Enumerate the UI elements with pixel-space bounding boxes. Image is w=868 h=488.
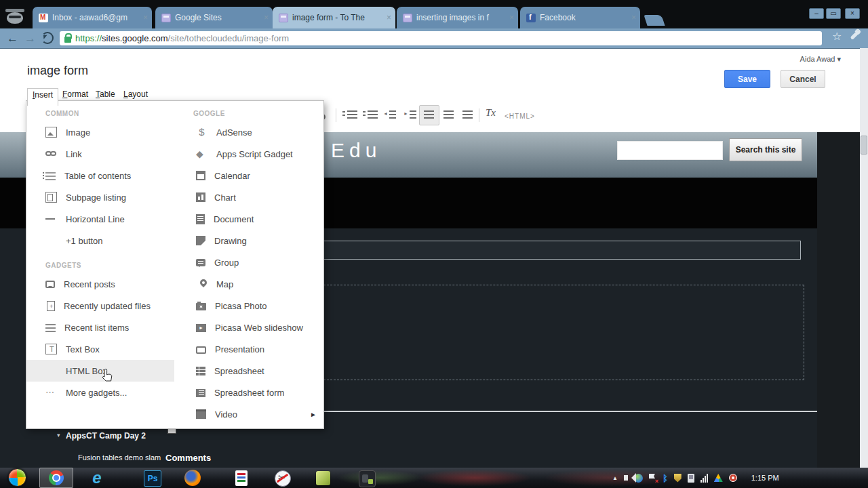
bluetooth-icon[interactable]: ᛒ <box>663 473 668 483</box>
chevron-down-icon: ▾ <box>837 55 841 63</box>
menu-item-html-box[interactable]: HTML Box <box>26 360 174 382</box>
menu-item-adsense[interactable]: $AdSense <box>174 121 323 143</box>
snipping-tool-taskbar-button[interactable] <box>274 469 292 487</box>
scrollbar-thumb[interactable] <box>861 136 867 155</box>
align-center-icon[interactable] <box>443 110 454 119</box>
tab-close-icon[interactable]: × <box>264 13 269 22</box>
chrome-taskbar-button[interactable] <box>39 468 73 488</box>
ie-taskbar-button[interactable]: e <box>88 469 106 487</box>
spreadsheet-form-icon <box>196 389 205 397</box>
tab-title: Inbox - aawad6@gm <box>52 13 140 22</box>
menu-item-chart[interactable]: Chart <box>174 186 323 208</box>
menu-item-table-of-contents[interactable]: Table of contents <box>26 165 174 186</box>
camera-app-taskbar-button[interactable] <box>358 469 376 487</box>
menu-item-picasa-web-slideshow[interactable]: Picasa Web slideshow <box>174 317 323 338</box>
url-omnibox[interactable]: https://sites.google.com/site/tothecloud… <box>60 31 822 45</box>
tab-inbox[interactable]: Inbox - aawad6@gm × <box>33 7 152 28</box>
back-button[interactable]: ← <box>7 30 18 47</box>
security-shield-icon[interactable] <box>674 474 682 483</box>
cancel-button[interactable]: Cancel <box>781 70 825 88</box>
menu-item-plus1-button[interactable]: +1 button <box>26 230 174 251</box>
menu-item-group[interactable]: Group <box>174 251 323 273</box>
menu-item-presentation[interactable]: Presentation <box>174 338 323 360</box>
scrollbar-track[interactable] <box>860 48 868 468</box>
action-center-flag-icon[interactable] <box>649 474 656 482</box>
tab-close-icon[interactable]: × <box>143 13 148 22</box>
align-right-icon[interactable] <box>462 110 473 119</box>
search-this-site-button[interactable]: Search this site <box>729 138 802 161</box>
tab-close-icon[interactable]: × <box>387 13 391 22</box>
new-tab-button[interactable] <box>644 15 665 26</box>
document-app-taskbar-button[interactable] <box>233 469 251 487</box>
content-editable-area[interactable] <box>323 285 804 380</box>
sidebar-item-appsct-camp-day-2[interactable]: AppsCT Camp Day 2 <box>66 431 161 441</box>
menu-insert[interactable]: Insert <box>27 88 58 106</box>
tab-close-icon[interactable]: × <box>631 13 636 22</box>
device-icon[interactable] <box>688 474 694 483</box>
menu-item-recent-list-items[interactable]: Recent list items <box>26 317 174 338</box>
firefox-taskbar-button[interactable] <box>184 469 202 487</box>
tab-image-form[interactable]: image form - To The × <box>273 7 395 28</box>
photoshop-taskbar-button[interactable]: Ps <box>144 469 161 487</box>
update-notification-icon[interactable] <box>729 474 737 482</box>
menu-item-map[interactable]: Map <box>174 273 323 295</box>
forward-button[interactable]: → <box>24 30 36 47</box>
tab-title: Facebook <box>540 13 628 22</box>
menu-item-recent-posts[interactable]: Recent posts <box>26 273 174 295</box>
firefox-icon <box>184 470 201 486</box>
minimize-button[interactable]: – <box>809 8 824 19</box>
indent-decrease-icon[interactable] <box>389 110 396 119</box>
network-signal-icon[interactable] <box>701 474 708 483</box>
menu-item-link[interactable]: Link <box>26 143 174 165</box>
volume-icon[interactable] <box>624 475 628 481</box>
close-button[interactable]: × <box>845 8 860 19</box>
apps-script-icon: ◆ <box>196 148 208 159</box>
reload-button[interactable] <box>41 32 54 44</box>
menu-item-text-box[interactable]: Text Box <box>26 338 174 360</box>
spreadsheet-icon <box>196 367 205 375</box>
sidebar-expander-icon[interactable]: ▾ <box>57 432 60 439</box>
menu-item-spreadsheet-form[interactable]: Spreadsheet form <box>174 382 323 403</box>
start-button[interactable] <box>8 468 26 487</box>
html-source-button[interactable]: <HTML> <box>505 113 535 120</box>
presentation-icon <box>196 346 206 354</box>
search-input[interactable] <box>617 141 723 160</box>
menu-item-spreadsheet[interactable]: Spreadsheet <box>174 360 323 382</box>
menu-item-document[interactable]: Document <box>174 208 323 230</box>
menu-item-video[interactable]: Video► <box>174 403 323 425</box>
indent-increase-icon[interactable] <box>410 110 416 119</box>
tab-close-icon[interactable]: × <box>509 13 514 22</box>
menu-item-subpage-listing[interactable]: Subpage listing <box>26 186 174 208</box>
google-drive-icon[interactable] <box>714 474 723 482</box>
tab-facebook[interactable]: Facebook × <box>520 7 640 28</box>
user-menu[interactable]: Aida Awad ▾ <box>644 55 841 64</box>
hidden-icons-arrow[interactable]: ▲ <box>612 475 618 481</box>
save-button[interactable]: Save <box>724 70 770 88</box>
insert-menu-left-column: COMMON Image Link Table of contents Subp… <box>26 101 174 428</box>
clear-formatting-icon[interactable]: Tx <box>486 107 496 119</box>
menu-item-picasa-photo[interactable]: Picasa Photo <box>174 295 323 317</box>
menu-item-drawing[interactable]: Drawing <box>174 230 323 251</box>
bullet-list-icon[interactable] <box>368 110 378 119</box>
url-scheme: https:// <box>75 33 102 43</box>
numbered-list-icon[interactable] <box>347 110 357 119</box>
section-header-gadgets: GADGETS <box>26 257 174 273</box>
restore-button[interactable]: ▭ <box>826 8 841 19</box>
align-left-icon[interactable] <box>424 110 434 119</box>
tab-google-sites[interactable]: Google Sites × <box>155 7 273 28</box>
menu-item-recently-updated-files[interactable]: Recently updated files <box>26 295 174 317</box>
sidebar-item-fusion-tables-demo-slam[interactable]: Fusion tables demo slam <box>78 453 166 462</box>
site-logo: Edu <box>331 139 381 162</box>
map-pin-icon <box>199 278 208 287</box>
menu-item-more-gadgets[interactable]: ⋯More gadgets... <box>26 382 174 403</box>
menu-item-apps-script-gadget[interactable]: ◆Apps Script Gadget <box>174 143 323 165</box>
tab-inserting-images[interactable]: inserting images in f × <box>397 7 518 28</box>
page-title-field[interactable] <box>323 241 801 260</box>
group-icon <box>196 259 205 266</box>
notes-app-taskbar-button[interactable] <box>315 469 332 487</box>
menu-item-horizontal-line[interactable]: Horizontal Line <box>26 208 174 230</box>
bookmark-star-icon[interactable]: ☆ <box>832 30 842 43</box>
menu-item-calendar[interactable]: Calendar <box>174 165 323 186</box>
slideshow-icon <box>196 324 206 332</box>
menu-item-image[interactable]: Image <box>26 121 174 143</box>
